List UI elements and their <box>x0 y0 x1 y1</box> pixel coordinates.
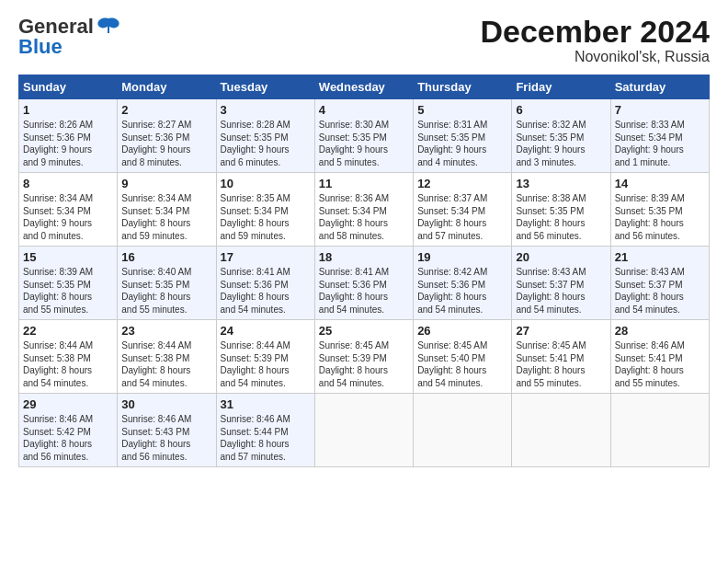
calendar-day-cell: 23Sunrise: 8:44 AM Sunset: 5:38 PM Dayli… <box>118 320 216 394</box>
day-info: Sunrise: 8:39 AM Sunset: 5:35 PM Dayligh… <box>23 266 113 316</box>
calendar-week-row: 1Sunrise: 8:26 AM Sunset: 5:36 PM Daylig… <box>19 99 710 173</box>
day-info: Sunrise: 8:41 AM Sunset: 5:36 PM Dayligh… <box>221 266 311 316</box>
logo-bird-icon <box>96 17 121 37</box>
day-info: Sunrise: 8:30 AM Sunset: 5:35 PM Dayligh… <box>319 119 409 168</box>
calendar-day-cell: 4Sunrise: 8:30 AM Sunset: 5:35 PM Daylig… <box>314 99 413 173</box>
col-wednesday: Wednesday <box>314 75 413 99</box>
calendar-day-cell: 2Sunrise: 8:27 AM Sunset: 5:36 PM Daylig… <box>118 99 216 173</box>
day-info: Sunrise: 8:26 AM Sunset: 5:36 PM Dayligh… <box>23 119 113 168</box>
logo: General Blue <box>18 15 121 59</box>
day-info: Sunrise: 8:46 AM Sunset: 5:44 PM Dayligh… <box>221 413 311 463</box>
day-number: 4 <box>319 103 409 117</box>
day-info: Sunrise: 8:46 AM Sunset: 5:43 PM Dayligh… <box>121 413 211 463</box>
day-info: Sunrise: 8:45 AM Sunset: 5:40 PM Dayligh… <box>417 339 507 389</box>
page-header: General Blue December 2024 Novonikol'sk,… <box>18 15 710 65</box>
calendar-day-cell <box>610 394 709 467</box>
day-number: 30 <box>121 397 211 411</box>
calendar-day-cell: 18Sunrise: 8:41 AM Sunset: 5:36 PM Dayli… <box>314 247 413 320</box>
day-number: 1 <box>23 103 113 117</box>
calendar-day-cell: 22Sunrise: 8:44 AM Sunset: 5:38 PM Dayli… <box>19 320 118 394</box>
day-info: Sunrise: 8:39 AM Sunset: 5:35 PM Dayligh… <box>615 192 705 242</box>
day-number: 21 <box>615 250 705 264</box>
calendar-day-cell: 31Sunrise: 8:46 AM Sunset: 5:44 PM Dayli… <box>216 394 314 467</box>
day-info: Sunrise: 8:34 AM Sunset: 5:34 PM Dayligh… <box>121 192 211 242</box>
day-number: 29 <box>23 397 113 411</box>
day-number: 31 <box>221 397 311 411</box>
calendar-day-cell: 21Sunrise: 8:43 AM Sunset: 5:37 PM Dayli… <box>610 247 709 320</box>
day-info: Sunrise: 8:33 AM Sunset: 5:34 PM Dayligh… <box>615 119 705 168</box>
day-info: Sunrise: 8:38 AM Sunset: 5:35 PM Dayligh… <box>516 192 606 242</box>
day-info: Sunrise: 8:41 AM Sunset: 5:36 PM Dayligh… <box>319 266 409 316</box>
logo-blue: Blue <box>18 35 63 59</box>
day-number: 14 <box>615 177 705 190</box>
calendar-day-cell: 17Sunrise: 8:41 AM Sunset: 5:36 PM Dayli… <box>216 247 314 320</box>
calendar-day-cell: 27Sunrise: 8:45 AM Sunset: 5:41 PM Dayli… <box>512 320 610 394</box>
day-number: 18 <box>319 250 409 264</box>
col-thursday: Thursday <box>414 75 512 99</box>
day-info: Sunrise: 8:27 AM Sunset: 5:36 PM Dayligh… <box>121 119 211 168</box>
day-info: Sunrise: 8:44 AM Sunset: 5:39 PM Dayligh… <box>221 339 311 389</box>
day-info: Sunrise: 8:37 AM Sunset: 5:34 PM Dayligh… <box>417 192 507 242</box>
calendar-header-row: Sunday Monday Tuesday Wednesday Thursday… <box>19 75 710 99</box>
page-subtitle: Novonikol'sk, Russia <box>480 49 710 65</box>
day-number: 15 <box>23 250 113 264</box>
day-number: 10 <box>221 177 311 190</box>
calendar-week-row: 8Sunrise: 8:34 AM Sunset: 5:34 PM Daylig… <box>19 173 710 247</box>
day-info: Sunrise: 8:34 AM Sunset: 5:34 PM Dayligh… <box>23 192 113 242</box>
day-number: 5 <box>417 103 507 117</box>
col-monday: Monday <box>118 75 216 99</box>
calendar-day-cell: 8Sunrise: 8:34 AM Sunset: 5:34 PM Daylig… <box>19 173 118 247</box>
calendar-week-row: 29Sunrise: 8:46 AM Sunset: 5:42 PM Dayli… <box>19 394 710 467</box>
calendar-day-cell: 12Sunrise: 8:37 AM Sunset: 5:34 PM Dayli… <box>414 173 512 247</box>
day-number: 13 <box>516 177 606 190</box>
col-sunday: Sunday <box>19 75 118 99</box>
day-info: Sunrise: 8:43 AM Sunset: 5:37 PM Dayligh… <box>615 266 705 316</box>
calendar-day-cell: 14Sunrise: 8:39 AM Sunset: 5:35 PM Dayli… <box>610 173 709 247</box>
day-info: Sunrise: 8:44 AM Sunset: 5:38 PM Dayligh… <box>121 339 211 389</box>
day-number: 16 <box>121 250 211 264</box>
calendar-day-cell: 20Sunrise: 8:43 AM Sunset: 5:37 PM Dayli… <box>512 247 610 320</box>
day-number: 17 <box>221 250 311 264</box>
day-number: 12 <box>417 177 507 190</box>
day-info: Sunrise: 8:46 AM Sunset: 5:41 PM Dayligh… <box>615 339 705 389</box>
calendar-day-cell: 15Sunrise: 8:39 AM Sunset: 5:35 PM Dayli… <box>19 247 118 320</box>
day-info: Sunrise: 8:43 AM Sunset: 5:37 PM Dayligh… <box>516 266 606 316</box>
col-friday: Friday <box>512 75 610 99</box>
day-number: 11 <box>319 177 409 190</box>
calendar-day-cell: 3Sunrise: 8:28 AM Sunset: 5:35 PM Daylig… <box>216 99 314 173</box>
calendar-day-cell: 29Sunrise: 8:46 AM Sunset: 5:42 PM Dayli… <box>19 394 118 467</box>
day-number: 19 <box>417 250 507 264</box>
col-tuesday: Tuesday <box>216 75 314 99</box>
day-info: Sunrise: 8:40 AM Sunset: 5:35 PM Dayligh… <box>121 266 211 316</box>
day-number: 24 <box>221 324 311 338</box>
day-number: 20 <box>516 250 606 264</box>
day-info: Sunrise: 8:42 AM Sunset: 5:36 PM Dayligh… <box>417 266 507 316</box>
calendar-week-row: 22Sunrise: 8:44 AM Sunset: 5:38 PM Dayli… <box>19 320 710 394</box>
day-info: Sunrise: 8:36 AM Sunset: 5:34 PM Dayligh… <box>319 192 409 242</box>
calendar-day-cell: 19Sunrise: 8:42 AM Sunset: 5:36 PM Dayli… <box>414 247 512 320</box>
calendar-day-cell <box>414 394 512 467</box>
col-saturday: Saturday <box>610 75 709 99</box>
calendar-day-cell: 30Sunrise: 8:46 AM Sunset: 5:43 PM Dayli… <box>118 394 216 467</box>
calendar-day-cell: 1Sunrise: 8:26 AM Sunset: 5:36 PM Daylig… <box>19 99 118 173</box>
calendar-day-cell: 10Sunrise: 8:35 AM Sunset: 5:34 PM Dayli… <box>216 173 314 247</box>
day-number: 3 <box>221 103 311 117</box>
calendar-day-cell: 16Sunrise: 8:40 AM Sunset: 5:35 PM Dayli… <box>118 247 216 320</box>
day-number: 8 <box>23 177 113 190</box>
day-number: 7 <box>615 103 705 117</box>
calendar-day-cell: 6Sunrise: 8:32 AM Sunset: 5:35 PM Daylig… <box>512 99 610 173</box>
day-number: 25 <box>319 324 409 338</box>
day-info: Sunrise: 8:46 AM Sunset: 5:42 PM Dayligh… <box>23 413 113 463</box>
day-info: Sunrise: 8:28 AM Sunset: 5:35 PM Dayligh… <box>221 119 311 168</box>
calendar-day-cell <box>512 394 610 467</box>
day-info: Sunrise: 8:44 AM Sunset: 5:38 PM Dayligh… <box>23 339 113 389</box>
day-number: 22 <box>23 324 113 338</box>
day-number: 6 <box>516 103 606 117</box>
day-number: 28 <box>615 324 705 338</box>
calendar-day-cell <box>314 394 413 467</box>
day-info: Sunrise: 8:45 AM Sunset: 5:39 PM Dayligh… <box>319 339 409 389</box>
day-info: Sunrise: 8:32 AM Sunset: 5:35 PM Dayligh… <box>516 119 606 168</box>
day-number: 9 <box>121 177 211 190</box>
calendar-day-cell: 13Sunrise: 8:38 AM Sunset: 5:35 PM Dayli… <box>512 173 610 247</box>
day-info: Sunrise: 8:31 AM Sunset: 5:35 PM Dayligh… <box>417 119 507 168</box>
